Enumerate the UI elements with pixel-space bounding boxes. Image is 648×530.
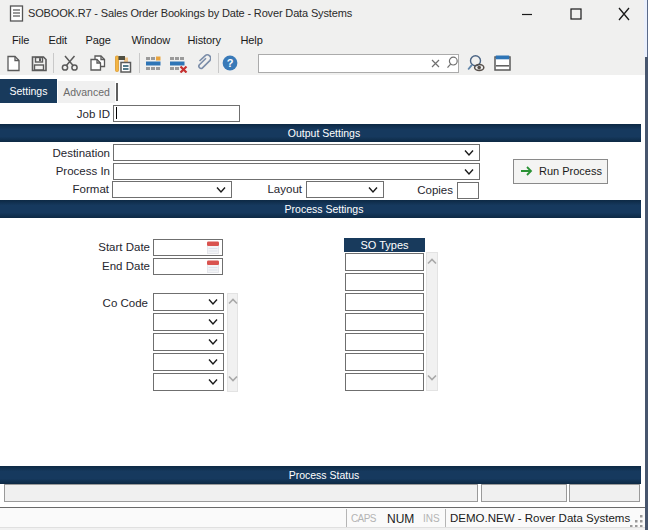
svg-text:?: ? bbox=[227, 57, 234, 69]
